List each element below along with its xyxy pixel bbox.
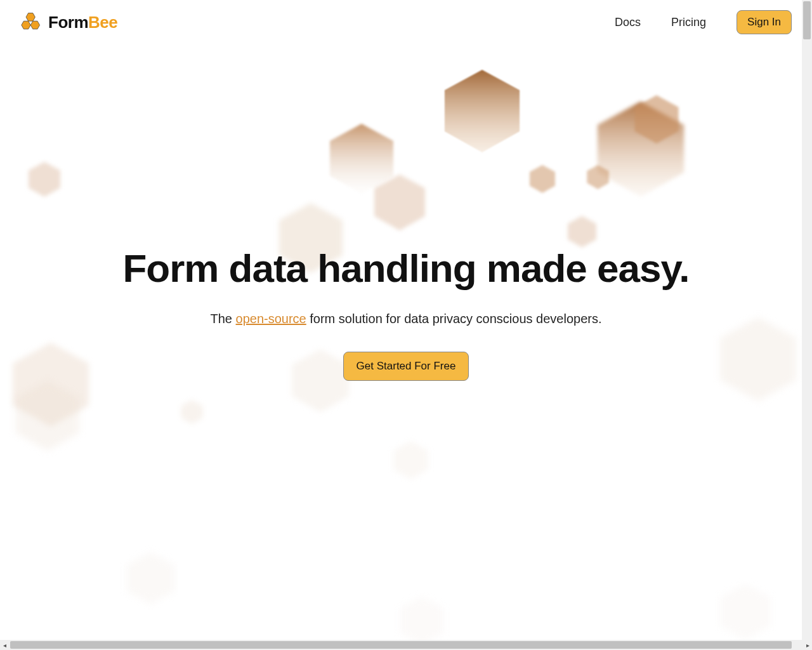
open-source-link[interactable]: open-source — [236, 312, 306, 326]
hero-title: Form data handling made easy. — [122, 248, 689, 289]
nav-pricing[interactable]: Pricing — [671, 16, 706, 29]
logo[interactable]: FormBee — [20, 11, 117, 34]
hero-subtitle: The open-source form solution for data p… — [211, 312, 602, 326]
svg-marker-13 — [181, 400, 203, 424]
sign-in-button[interactable]: Sign In — [737, 10, 792, 34]
svg-marker-19 — [26, 13, 35, 22]
logo-text: FormBee — [48, 13, 117, 32]
svg-marker-16 — [400, 597, 443, 645]
scroll-right-icon[interactable]: ▸ — [803, 640, 812, 649]
svg-marker-2 — [634, 95, 678, 143]
svg-marker-18 — [720, 584, 771, 640]
scroll-left-icon[interactable]: ◂ — [0, 640, 9, 649]
horizontal-scrollbar-thumb[interactable] — [10, 641, 792, 649]
svg-marker-7 — [568, 216, 596, 248]
subtitle-suffix: form solution for data privacy conscious… — [306, 312, 602, 326]
hero-section: Form data handling made easy. The open-s… — [0, 248, 812, 381]
nav: Docs Pricing Sign In — [615, 10, 792, 34]
svg-marker-14 — [393, 441, 428, 479]
svg-marker-5 — [530, 165, 555, 193]
nav-docs[interactable]: Docs — [615, 16, 641, 29]
svg-marker-15 — [127, 552, 174, 604]
horizontal-scrollbar-track[interactable] — [9, 640, 803, 650]
get-started-button[interactable]: Get Started For Free — [343, 352, 469, 381]
header: FormBee Docs Pricing Sign In — [0, 0, 812, 44]
svg-marker-9 — [29, 162, 60, 197]
svg-marker-6 — [587, 165, 609, 189]
svg-marker-21 — [30, 21, 39, 29]
svg-marker-20 — [22, 21, 30, 29]
honeycomb-icon — [20, 11, 43, 34]
svg-marker-0 — [445, 70, 520, 152]
horizontal-scrollbar[interactable]: ◂ ▸ — [0, 640, 812, 650]
svg-marker-11 — [16, 381, 79, 451]
svg-marker-4 — [374, 175, 425, 230]
subtitle-prefix: The — [211, 312, 236, 326]
